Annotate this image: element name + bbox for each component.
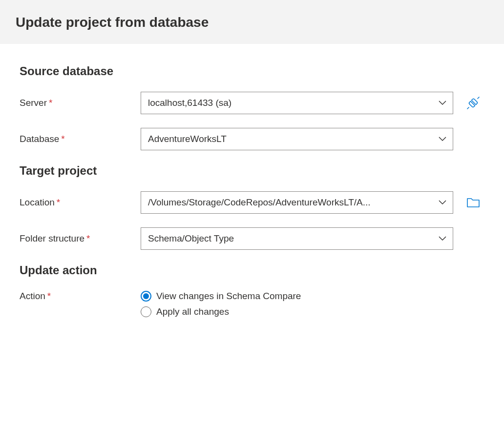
radio-unchecked-icon	[141, 306, 151, 317]
new-connection-button[interactable]	[466, 96, 481, 110]
dialog-header: Update project from database	[0, 0, 504, 44]
action-row: Action* View changes in Schema Compare A…	[20, 291, 484, 322]
required-indicator: *	[86, 233, 90, 243]
dialog-content: Source database Server* localhost,61433 …	[0, 44, 504, 322]
browse-folder-button[interactable]	[466, 195, 481, 210]
radio-apply-label: Apply all changes	[156, 306, 229, 317]
radio-view-changes[interactable]: View changes in Schema Compare	[141, 291, 301, 302]
location-select[interactable]: /Volumes/Storage/CodeRepos/AdventureWork…	[141, 191, 453, 214]
required-indicator: *	[47, 291, 51, 301]
section-title-target: Target project	[20, 164, 484, 178]
folder-structure-select[interactable]: Schema/Object Type	[141, 227, 453, 250]
database-value: AdventureWorksLT	[148, 134, 227, 144]
folder-structure-value: Schema/Object Type	[148, 233, 234, 244]
action-radio-group: View changes in Schema Compare Apply all…	[141, 291, 301, 322]
database-label: Database*	[20, 134, 141, 144]
folder-icon	[466, 197, 480, 208]
plug-icon	[466, 96, 480, 110]
required-indicator: *	[57, 197, 60, 207]
dialog-title: Update project from database	[16, 15, 488, 30]
database-select[interactable]: AdventureWorksLT	[141, 128, 453, 150]
server-select[interactable]: localhost,61433 (sa)	[141, 92, 453, 114]
server-label: Server*	[20, 98, 141, 108]
section-title-action: Update action	[20, 263, 484, 277]
action-label: Action*	[20, 291, 141, 302]
radio-view-label: View changes in Schema Compare	[156, 291, 301, 302]
folder-structure-row: Folder structure* Schema/Object Type	[20, 227, 484, 250]
database-row: Database* AdventureWorksLT	[20, 128, 484, 150]
location-row: Location* /Volumes/Storage/CodeRepos/Adv…	[20, 191, 484, 214]
required-indicator: *	[61, 134, 64, 144]
location-label: Location*	[20, 197, 141, 208]
location-value: /Volumes/Storage/CodeRepos/AdventureWork…	[148, 197, 371, 208]
radio-checked-icon	[141, 291, 151, 302]
section-title-source: Source database	[20, 64, 484, 78]
server-value: localhost,61433 (sa)	[148, 98, 231, 108]
server-row: Server* localhost,61433 (sa)	[20, 92, 484, 114]
radio-apply-all[interactable]: Apply all changes	[141, 306, 301, 317]
required-indicator: *	[49, 98, 52, 108]
folder-structure-label: Folder structure*	[20, 233, 141, 244]
